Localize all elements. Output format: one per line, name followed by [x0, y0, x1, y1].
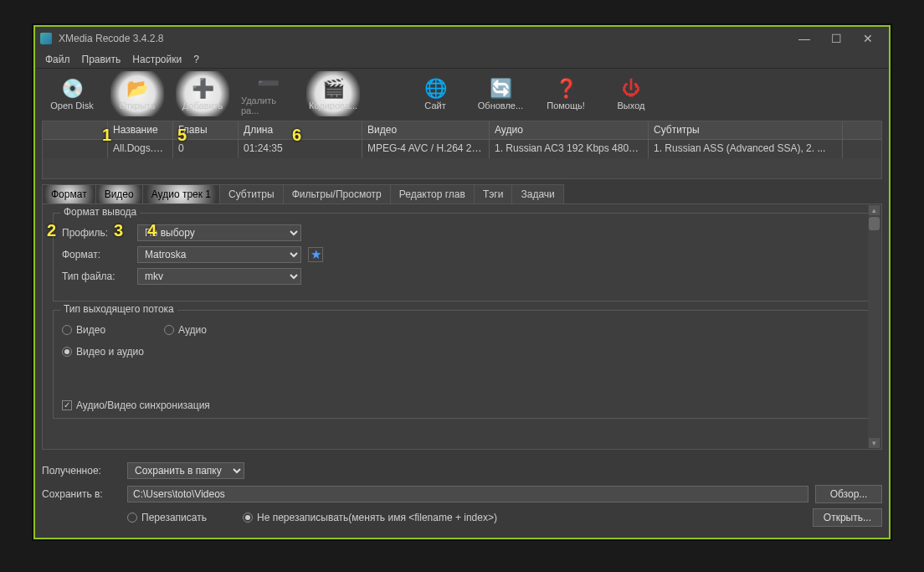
tab-jobs[interactable]: Задачи — [511, 184, 563, 204]
col-video[interactable]: Видео — [362, 121, 490, 139]
disc-icon: 💿 — [60, 77, 84, 100]
remove-button[interactable]: ➖Удалить ра... — [241, 71, 295, 116]
radio-audio[interactable]: Аудио — [164, 324, 207, 336]
window-title: XMedia Recode 3.4.2.8 — [59, 33, 163, 44]
col-audio[interactable]: Аудио — [490, 121, 649, 139]
site-button[interactable]: 🌐Сайт — [408, 71, 462, 116]
tab-chapters[interactable]: Редактор глав — [390, 184, 475, 204]
maximize-button[interactable]: ☐ — [820, 28, 852, 49]
favorite-icon[interactable]: ★ — [308, 247, 323, 262]
help-icon: ❓ — [554, 77, 578, 100]
menu-settings[interactable]: Настройки — [127, 52, 187, 67]
menu-file[interactable]: Файл — [40, 52, 75, 67]
savein-input[interactable] — [127, 486, 808, 502]
annotation-3: 3 — [114, 221, 123, 240]
titlebar: XMedia Recode 3.4.2.8 ― ☐ ✕ — [35, 27, 889, 50]
globe-icon: 🌐 — [424, 77, 447, 100]
output-format-group: Формат вывода Профиль: По выбору Формат:… — [53, 213, 871, 301]
col-subtitles[interactable]: Субтитры — [649, 121, 843, 139]
annotation-5: 5 — [177, 126, 187, 145]
annotation-6: 6 — [292, 126, 301, 145]
output-section: Полученное: Сохранить в папку Сохранить … — [42, 461, 882, 531]
help-button[interactable]: ❓Помощь! — [539, 71, 593, 116]
close-button[interactable]: ✕ — [852, 28, 884, 49]
add-button[interactable]: ➕Добавить — [176, 71, 229, 116]
tab-filters[interactable]: Фильтры/Просмотр — [283, 184, 391, 204]
encode-button[interactable]: 🎬Кодирова... — [306, 71, 360, 116]
format-select[interactable]: Matroska — [137, 246, 301, 263]
col-name[interactable]: Название — [108, 121, 173, 139]
scroll-down-icon[interactable]: ▾ — [869, 438, 880, 448]
tab-tags[interactable]: Тэги — [474, 184, 513, 204]
file-list-header: Название Главы Длина Видео Аудио Субтитр… — [43, 121, 881, 140]
stream-type-group: Тип выходящего потока Видео Аудио Видео … — [53, 310, 871, 419]
radio-no-overwrite[interactable]: Не перезаписывать(менять имя <filename +… — [243, 512, 806, 523]
scroll-up-icon[interactable]: ▴ — [869, 205, 880, 215]
tab-video[interactable]: Видео — [95, 184, 143, 204]
folder-open-icon: 📂 — [126, 77, 149, 100]
refresh-icon: 🔄 — [489, 77, 512, 100]
app-window: XMedia Recode 3.4.2.8 ― ☐ ✕ Файл Править… — [33, 25, 891, 539]
exit-button[interactable]: ⏻Выход — [604, 71, 658, 116]
format-panel: Формат вывода Профиль: По выбору Формат:… — [42, 204, 882, 450]
browse-button[interactable]: Обзор... — [815, 485, 882, 503]
menubar: Файл Править Настройки ? — [35, 50, 889, 69]
toolbar: 💿Open Disk 📂Открыть ➕Добавить ➖Удалить р… — [35, 69, 889, 119]
app-icon — [40, 33, 52, 44]
file-list: Название Главы Длина Видео Аудио Субтитр… — [42, 121, 882, 179]
filetype-label: Тип файла: — [62, 271, 131, 282]
result-label: Полученное: — [42, 465, 121, 477]
col-marker[interactable] — [43, 121, 108, 139]
format-label: Формат: — [62, 249, 131, 260]
open-button[interactable]: 📂Открыть — [110, 71, 164, 116]
plus-icon: ➕ — [191, 77, 214, 100]
exit-icon: ⏻ — [619, 77, 643, 100]
tab-audio[interactable]: Аудио трек 1 — [142, 184, 220, 204]
profile-select[interactable]: По выбору — [137, 224, 301, 241]
menu-help[interactable]: ? — [188, 52, 204, 67]
tab-format[interactable]: Формат — [42, 184, 96, 204]
annotation-1: 1 — [102, 126, 111, 145]
panel-scrollbar[interactable]: ▴ ▾ — [868, 205, 880, 448]
tab-strip: Формат Видео Аудио трек 1 Субтитры Фильт… — [42, 184, 882, 204]
annotation-4: 4 — [147, 221, 157, 240]
radio-video-audio[interactable]: Видео и аудио — [62, 346, 144, 358]
encode-icon: 🎬 — [321, 77, 345, 100]
annotation-2: 2 — [47, 221, 56, 240]
output-format-group-title: Формат вывода — [60, 206, 140, 218]
table-row[interactable]: All.Dogs.Go... 0 01:24:35 MPEG-4 AVC / H… — [43, 140, 881, 158]
open-disk-button[interactable]: 💿Open Disk — [45, 71, 99, 116]
scroll-thumb[interactable] — [869, 217, 880, 230]
savein-label: Сохранить в: — [42, 488, 121, 500]
minus-icon: ➖ — [256, 72, 280, 95]
filetype-select[interactable]: mkv — [137, 268, 301, 285]
tab-subtitles[interactable]: Субтитры — [219, 184, 284, 204]
radio-video[interactable]: Видео — [62, 324, 105, 336]
menu-edit[interactable]: Править — [77, 52, 126, 67]
radio-overwrite[interactable]: Перезаписать — [127, 512, 236, 523]
update-button[interactable]: 🔄Обновле... — [474, 71, 527, 116]
check-av-sync[interactable]: ✓Аудио/Видео синхронизация — [62, 399, 210, 411]
stream-type-group-title: Тип выходящего потока — [60, 303, 177, 315]
open-output-button[interactable]: Открыть... — [813, 508, 882, 527]
result-select[interactable]: Сохранить в папку — [127, 462, 244, 479]
minimize-button[interactable]: ― — [788, 28, 820, 49]
